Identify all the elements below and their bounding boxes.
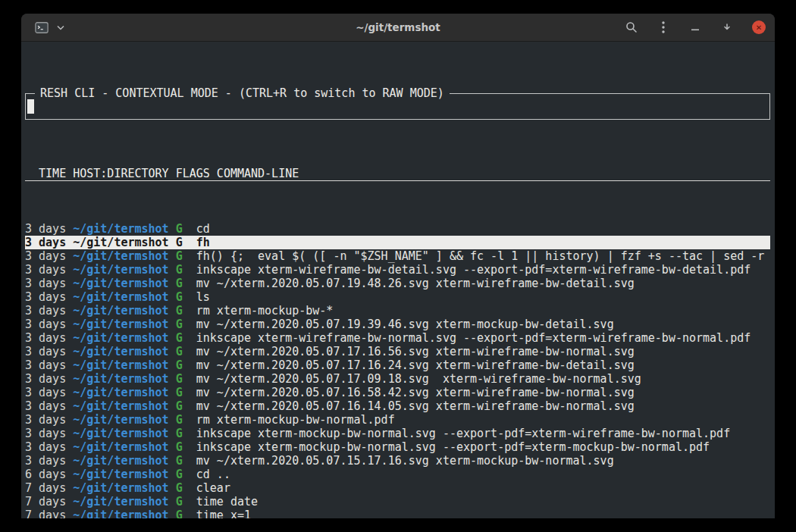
- row-command: mv ~/xterm.2020.05.07.16.14.05.svg xterm…: [196, 399, 635, 413]
- row-host: ~/git/termshot: [73, 386, 168, 399]
- history-row[interactable]: 3 days ~/git/termshot G fh: [25, 236, 770, 249]
- row-command: inkscape xterm-wireframe-bw-normal.svg -…: [196, 331, 751, 345]
- row-command: mv ~/xterm.2020.05.07.15.17.16.svg xterm…: [196, 454, 614, 468]
- close-button[interactable]: ✕: [752, 20, 766, 34]
- row-flags: G: [176, 399, 183, 413]
- history-row[interactable]: 3 days ~/git/termshot G inkscape xterm-w…: [25, 331, 770, 345]
- terminal-window: ~/git/termshot: [21, 14, 775, 518]
- row-time: 3 days: [25, 249, 66, 263]
- row-host: ~/git/termshot: [73, 454, 168, 468]
- row-command: inkscape xterm-mockup-bw-normal.svg --ex…: [196, 440, 710, 454]
- history-row[interactable]: 3 days ~/git/termshot G mv ~/xterm.2020.…: [25, 399, 770, 413]
- kebab-menu-icon[interactable]: [657, 20, 670, 34]
- row-host: ~/git/termshot: [73, 222, 168, 236]
- row-command: time x=1: [196, 509, 251, 518]
- row-flags: G: [176, 481, 183, 495]
- row-host: ~/git/termshot: [73, 358, 168, 372]
- search-icon[interactable]: [625, 20, 638, 34]
- row-host: ~/git/termshot: [73, 413, 168, 427]
- history-row[interactable]: 3 days ~/git/termshot G cd: [25, 222, 770, 236]
- row-flags: G: [176, 427, 183, 440]
- row-time: 3 days: [25, 427, 66, 440]
- row-time: 7 days: [25, 509, 66, 518]
- row-flags: G: [176, 468, 183, 481]
- row-flags: G: [176, 290, 183, 304]
- row-flags: G: [176, 345, 183, 358]
- history-row[interactable]: 3 days ~/git/termshot G inkscape xterm-w…: [25, 263, 770, 277]
- row-host: ~/git/termshot: [73, 277, 168, 290]
- restore-button[interactable]: [720, 20, 734, 34]
- row-command: rm xterm-mockup-bw-normal.pdf: [196, 413, 395, 427]
- row-time: 3 days: [25, 399, 66, 413]
- row-command: mv ~/xterm.2020.05.07.17.09.18.svg xterm…: [196, 372, 641, 386]
- row-time: 3 days: [25, 263, 66, 277]
- row-host: ~/git/termshot: [73, 345, 168, 358]
- row-flags: G: [176, 331, 183, 345]
- row-command: fh() {; eval $( ([ -n "$ZSH_NAME" ] && f…: [196, 249, 765, 263]
- row-host: ~/git/termshot: [73, 495, 168, 509]
- row-time: 6 days: [25, 468, 66, 481]
- row-flags: G: [176, 222, 183, 236]
- row-host: ~/git/termshot: [73, 399, 168, 413]
- titlebar: ~/git/termshot: [21, 14, 775, 42]
- history-row[interactable]: 3 days ~/git/termshot G mv ~/xterm.2020.…: [25, 277, 770, 290]
- row-host: ~/git/termshot: [73, 372, 168, 386]
- row-host: ~/git/termshot: [73, 290, 168, 304]
- history-row[interactable]: 3 days ~/git/termshot G ls: [25, 290, 770, 304]
- row-time: 3 days: [25, 304, 66, 318]
- minimize-button[interactable]: [688, 20, 702, 34]
- row-time: 3 days: [25, 413, 66, 427]
- row-command: clear: [196, 481, 230, 495]
- row-command: mv ~/xterm.2020.05.07.19.48.26.svg xterm…: [196, 277, 635, 290]
- history-row[interactable]: 3 days ~/git/termshot G inkscape xterm-m…: [25, 440, 770, 454]
- history-row[interactable]: 3 days ~/git/termshot G rm xterm-mockup-…: [25, 304, 770, 318]
- row-flags: G: [176, 249, 183, 263]
- row-command: inkscape xterm-mockup-bw-normal.svg --ex…: [196, 427, 730, 440]
- row-time: 3 days: [25, 454, 66, 468]
- history-row[interactable]: 3 days ~/git/termshot G rm xterm-mockup-…: [25, 413, 770, 427]
- history-row[interactable]: 7 days ~/git/termshot G time x=1: [25, 509, 770, 518]
- row-time: 7 days: [25, 495, 66, 509]
- row-flags: G: [176, 263, 183, 277]
- row-command: cd: [196, 222, 210, 236]
- row-time: 3 days: [25, 222, 66, 236]
- row-host: ~/git/termshot: [73, 509, 168, 518]
- row-host: ~/git/termshot: [73, 481, 168, 495]
- row-command: fh: [196, 236, 210, 249]
- history-row[interactable]: 3 days ~/git/termshot G fh() {; eval $( …: [25, 249, 770, 263]
- row-command: cd ..: [196, 468, 230, 481]
- row-time: 3 days: [25, 372, 66, 386]
- history-row[interactable]: 7 days ~/git/termshot G clear: [25, 481, 770, 495]
- row-time: 3 days: [25, 386, 66, 399]
- chevron-down-icon[interactable]: [54, 20, 67, 34]
- row-flags: G: [176, 372, 183, 386]
- row-time: 3 days: [25, 440, 66, 454]
- history-row[interactable]: 7 days ~/git/termshot G time date: [25, 495, 770, 509]
- history-row[interactable]: 3 days ~/git/termshot G mv ~/xterm.2020.…: [25, 358, 770, 372]
- history-row[interactable]: 3 days ~/git/termshot G mv ~/xterm.2020.…: [25, 372, 770, 386]
- row-time: 3 days: [25, 358, 66, 372]
- history-row[interactable]: 3 days ~/git/termshot G mv ~/xterm.2020.…: [25, 345, 770, 358]
- row-flags: G: [176, 318, 183, 331]
- row-time: 3 days: [25, 277, 66, 290]
- history-row[interactable]: 6 days ~/git/termshot G cd ..: [25, 468, 770, 481]
- row-flags: G: [176, 386, 183, 399]
- row-host: ~/git/termshot: [73, 249, 168, 263]
- row-flags: G: [176, 509, 183, 518]
- history-row[interactable]: 3 days ~/git/termshot G mv ~/xterm.2020.…: [25, 318, 770, 331]
- row-flags: G: [176, 236, 183, 249]
- row-host: ~/git/termshot: [73, 331, 168, 345]
- search-input[interactable]: RESH CLI - CONTEXTUAL MODE - (CTRL+R to …: [25, 93, 770, 120]
- row-command: ls: [196, 290, 210, 304]
- row-command: inkscape xterm-wireframe-bw-detail.svg -…: [196, 263, 751, 277]
- text-cursor: [27, 99, 34, 114]
- search-box-legend: RESH CLI - CONTEXTUAL MODE - (CTRL+R to …: [35, 86, 450, 100]
- row-host: ~/git/termshot: [73, 440, 168, 454]
- row-flags: G: [176, 304, 183, 318]
- history-row[interactable]: 3 days ~/git/termshot G mv ~/xterm.2020.…: [25, 386, 770, 399]
- history-row[interactable]: 3 days ~/git/termshot G inkscape xterm-m…: [25, 427, 770, 440]
- row-host: ~/git/termshot: [73, 304, 168, 318]
- row-flags: G: [176, 358, 183, 372]
- terminal-app-icon[interactable]: [35, 20, 49, 34]
- history-row[interactable]: 3 days ~/git/termshot G mv ~/xterm.2020.…: [25, 454, 770, 468]
